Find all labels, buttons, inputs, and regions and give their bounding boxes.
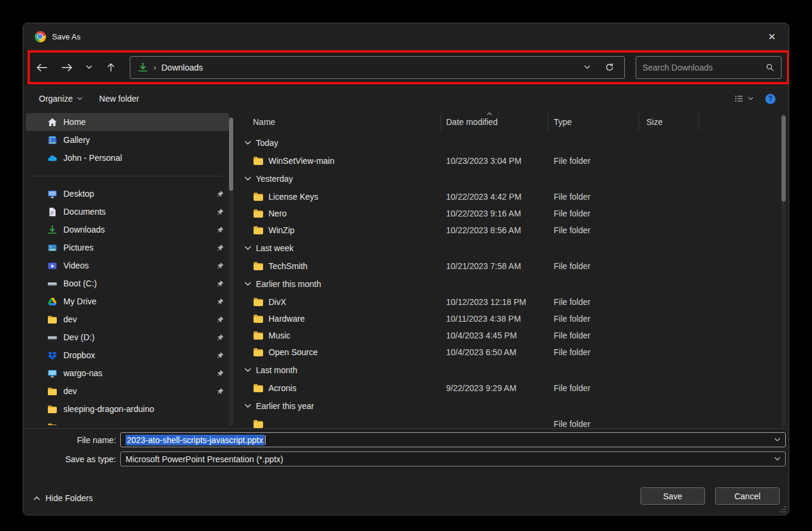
sidebar-item-dev-d[interactable]: Dev (D:): [26, 328, 229, 346]
sidebar-item-gallery[interactable]: Gallery: [26, 131, 229, 149]
group-label: Last week: [256, 243, 294, 253]
forward-button[interactable]: [57, 57, 77, 78]
folder-icon: [253, 191, 264, 202]
file-name-label: File name:: [23, 435, 116, 445]
sidebar-item-home[interactable]: Home: [26, 113, 229, 131]
column-header-size[interactable]: Size: [639, 114, 699, 130]
save-as-type-select[interactable]: Microsoft PowerPoint Presentation (*.ppt…: [120, 451, 786, 466]
hide-folders-button[interactable]: Hide Folders: [33, 490, 93, 506]
file-name-cell: [237, 416, 441, 428]
sidebar-item-my-drive[interactable]: My Drive: [26, 292, 229, 310]
chrome-logo-icon: [35, 31, 46, 42]
chevron-down-icon: [245, 246, 251, 251]
folder-icon: [253, 419, 264, 428]
onedrive-icon: [47, 153, 57, 163]
sidebar-item-label: Videos: [63, 261, 89, 270]
chevron-down-icon[interactable]: [774, 457, 780, 461]
file-date-modified: 10/21/2023 7:58 AM: [441, 258, 548, 274]
sidebar-item-clipped[interactable]: [26, 418, 229, 425]
file-list-scrollbar[interactable]: [782, 114, 786, 426]
group-header-earlier-this-month[interactable]: Earlier this month: [237, 274, 782, 294]
sidebar-item-desktop[interactable]: Desktop: [26, 185, 229, 203]
sidebar-item-documents[interactable]: Documents: [26, 203, 229, 221]
sidebar-item-dev[interactable]: dev: [26, 310, 229, 328]
file-size: [639, 205, 699, 222]
folder-icon: [253, 330, 264, 341]
address-dropdown-button[interactable]: [580, 59, 594, 76]
sidebar-item-wargo-nas[interactable]: wargo-nas: [26, 364, 229, 382]
group-header-today[interactable]: Today: [237, 133, 782, 152]
column-header-type[interactable]: Type: [548, 114, 639, 130]
sidebar-item-dev[interactable]: dev: [26, 382, 229, 400]
sidebar-item-label: sleeping-dragon-arduino: [63, 404, 154, 414]
file-name: WinZip: [268, 225, 295, 235]
file-type: File folder: [548, 380, 639, 396]
close-button[interactable]: ×: [762, 27, 782, 46]
file-row-winsetview-main[interactable]: WinSetView-main10/23/2023 3:04 PMFile fo…: [237, 152, 782, 169]
organize-button[interactable]: Organize: [39, 94, 83, 103]
file-row-hardware[interactable]: Hardware10/11/2023 4:38 PMFile folder: [237, 310, 782, 327]
group-header-last-month[interactable]: Last month: [237, 361, 782, 380]
save-button[interactable]: Save: [640, 487, 705, 505]
sidebar-item-label: Documents: [63, 207, 106, 216]
address-bar[interactable]: › Downloads: [130, 56, 625, 79]
search-input[interactable]: [643, 63, 765, 72]
chevron-down-icon: [245, 176, 251, 181]
sidebar-item-sleeping-dragon-arduino[interactable]: sleeping-dragon-arduino: [26, 400, 229, 418]
group-header-earlier-this-year[interactable]: Earlier this year: [237, 396, 782, 416]
file-name-cell: TechSmith: [237, 258, 441, 274]
file-row-open-source[interactable]: Open Source10/4/2023 6:50 AMFile folder: [237, 344, 782, 361]
group-header-last-week[interactable]: Last week: [237, 239, 782, 258]
folder-icon: [253, 313, 264, 324]
sidebar-item-dropbox[interactable]: Dropbox: [26, 346, 229, 364]
recent-locations-button[interactable]: [82, 57, 96, 78]
group-header-yesterday[interactable]: Yesterday: [237, 169, 782, 188]
file-size: [639, 294, 699, 310]
resize-grip[interactable]: [779, 505, 786, 513]
file-row-music[interactable]: Music10/4/2023 4:45 PMFile folder: [237, 327, 782, 344]
breadcrumb-location[interactable]: Downloads: [161, 63, 203, 72]
sidebar-item-boot-c[interactable]: Boot (C:): [26, 274, 229, 292]
desktop-icon: [47, 189, 57, 199]
new-folder-button[interactable]: New folder: [99, 94, 139, 103]
folder-icon: [253, 383, 264, 393]
up-button[interactable]: [101, 57, 121, 78]
view-options-button[interactable]: [734, 94, 753, 103]
column-header-date-modified[interactable]: Date modified: [441, 114, 548, 130]
back-button[interactable]: [32, 57, 52, 78]
file-row-license-keys[interactable]: License Keys10/22/2023 4:42 PMFile folde…: [237, 188, 782, 205]
sidebar-item-label: Boot (C:): [63, 279, 97, 288]
chevron-up-icon: [33, 496, 40, 501]
file-name-cell: DivX: [237, 294, 441, 310]
sidebar-item-label: Gallery: [63, 135, 90, 145]
file-row-nero[interactable]: Nero10/22/2023 9:16 AMFile folder: [237, 205, 782, 222]
file-row-clipped[interactable]: File folder: [237, 416, 782, 428]
file-type: File folder: [548, 205, 639, 222]
sidebar-item-pictures[interactable]: Pictures: [26, 239, 229, 257]
file-list-scrollbar-thumb[interactable]: [782, 115, 786, 202]
sidebar-item-label: My Drive: [63, 297, 96, 306]
help-button[interactable]: ?: [765, 94, 776, 104]
save-as-dialog: Save As × › Downloads: [23, 23, 789, 515]
cancel-button[interactable]: Cancel: [715, 487, 780, 505]
column-header-name[interactable]: Name: [237, 114, 441, 130]
sidebar-scrollbar[interactable]: [229, 117, 233, 426]
chevron-down-icon[interactable]: [774, 438, 780, 442]
chevron-down-icon: [748, 97, 753, 100]
sidebar-item-john-personal[interactable]: John - Personal: [26, 149, 229, 167]
pin-icon: [216, 190, 224, 198]
sidebar-item-label: Dev (D:): [63, 332, 94, 342]
up-arrow-icon: [107, 63, 115, 72]
file-size: [639, 152, 699, 169]
file-row-techsmith[interactable]: TechSmith10/21/2023 7:58 AMFile folder: [237, 258, 782, 274]
file-row-divx[interactable]: DivX10/12/2023 12:18 PMFile folder: [237, 294, 782, 310]
file-row-winzip[interactable]: WinZip10/22/2023 8:56 AMFile folder: [237, 222, 782, 239]
sidebar-item-videos[interactable]: Videos: [26, 257, 229, 274]
folder-icon: [253, 347, 264, 358]
refresh-button[interactable]: [603, 59, 617, 76]
file-name: Acronis: [268, 383, 297, 393]
file-name-input[interactable]: 2023-ato-shell-scripts-javascript.pptx: [120, 432, 786, 447]
sidebar-item-downloads[interactable]: Downloads: [26, 221, 229, 239]
sidebar-scrollbar-thumb[interactable]: [229, 118, 233, 191]
file-row-acronis[interactable]: Acronis9/22/2023 9:29 AMFile folder: [237, 380, 782, 396]
